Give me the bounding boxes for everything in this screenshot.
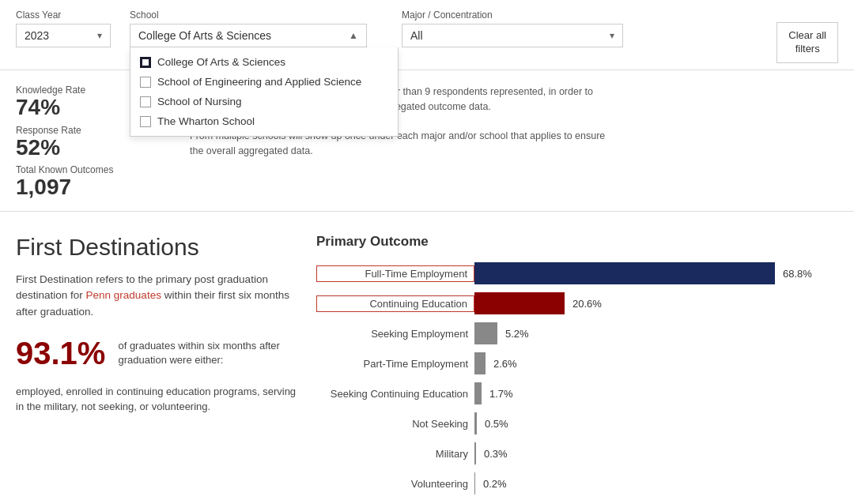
bar-pct-label: 2.6% — [493, 358, 517, 370]
school-checkbox-arts — [140, 57, 151, 68]
bar-label: Full-Time Employment — [316, 265, 474, 282]
major-select[interactable]: All ▾ — [402, 24, 623, 47]
bar-pct-label: 68.8% — [783, 268, 812, 280]
bar-container: 1.7% — [474, 382, 838, 404]
bar-fill — [474, 262, 775, 284]
chart-title: Primary Outcome — [316, 234, 838, 250]
bar-label: Part-Time Employment — [316, 358, 474, 370]
school-option-arts-label: College Of Arts & Sciences — [157, 56, 285, 68]
bar-row: Part-Time Employment2.6% — [316, 352, 838, 374]
pct-number: 93.1% — [16, 336, 105, 371]
total-known-label: Total Known Outcomes — [16, 164, 174, 175]
total-known-value: 1,097 — [16, 175, 174, 200]
school-option-wharton-label: The Wharton School — [157, 115, 255, 127]
bar-container: 20.6% — [474, 292, 838, 314]
first-destinations-section: First Destinations First Destination ref… — [0, 212, 854, 504]
bar-row: Seeking Continuing Education1.7% — [316, 382, 838, 404]
major-filter: Major / Concentration All ▾ — [402, 9, 623, 47]
bar-container: 0.5% — [474, 412, 838, 434]
filter-bar: Class Year 2023 ▾ School College Of Arts… — [0, 0, 854, 70]
bar-container: 68.8% — [474, 262, 838, 284]
school-option-arts[interactable]: College Of Arts & Sciences — [130, 52, 398, 72]
bar-fill — [474, 472, 475, 495]
bar-pct-label: 5.2% — [505, 328, 529, 340]
class-year-select[interactable]: 2023 ▾ — [16, 24, 111, 47]
bar-pct-label: 20.6% — [572, 298, 602, 310]
response-rate-value: 52% — [16, 136, 174, 160]
first-dest-description: First Destination refers to the primary … — [16, 272, 300, 320]
class-year-label: Class Year — [16, 9, 111, 21]
bar-label: Continuing Education — [316, 295, 474, 312]
major-label: Major / Concentration — [402, 9, 623, 21]
bar-pct-label: 1.7% — [489, 388, 513, 400]
bars-container: Full-Time Employment68.8%Continuing Educ… — [316, 262, 838, 495]
class-year-value: 2023 — [25, 29, 49, 42]
employed-desc: employed, enrolled in continuing educati… — [16, 384, 300, 415]
bar-container: 0.2% — [474, 472, 838, 495]
bar-pct-label: 0.5% — [485, 418, 508, 430]
bar-container: 2.6% — [474, 352, 838, 374]
bar-fill — [474, 352, 486, 374]
school-option-nursing[interactable]: School of Nursing — [130, 92, 398, 111]
school-option-engineering[interactable]: School of Engineering and Applied Scienc… — [130, 72, 398, 92]
total-known-stat: Total Known Outcomes 1,097 — [16, 164, 174, 200]
bar-label: Seeking Continuing Education — [316, 388, 474, 400]
school-value: College Of Arts & Sciences — [138, 29, 271, 42]
school-checkbox-engineering — [140, 77, 151, 88]
bar-row: Volunteering0.2% — [316, 472, 838, 495]
major-chevron: ▾ — [594, 30, 614, 41]
bar-row: Military0.3% — [316, 442, 838, 465]
first-dest-left: First Destinations First Destination ref… — [16, 234, 300, 502]
bar-row: Seeking Employment5.2% — [316, 322, 838, 344]
bar-fill — [474, 442, 476, 465]
school-dropdown: College Of Arts & Sciences School of Eng… — [130, 47, 399, 137]
bar-row: Not Seeking0.5% — [316, 412, 838, 434]
bar-fill — [474, 322, 497, 344]
bar-row: Full-Time Employment68.8% — [316, 262, 838, 284]
major-value: All — [410, 29, 423, 42]
pct-desc: of graduates within six months after gra… — [118, 339, 300, 367]
class-year-filter: Class Year 2023 ▾ — [16, 9, 111, 47]
school-chevron: ▲ — [333, 30, 358, 41]
bar-container: 0.3% — [474, 442, 838, 465]
bar-fill — [474, 292, 565, 314]
pct-highlight: 93.1% of graduates within six months aft… — [16, 336, 300, 371]
bar-label: Seeking Employment — [316, 328, 474, 340]
stats-section: Knowledge Rate 74% Response Rate 52% Tot… — [0, 70, 854, 212]
school-select[interactable]: College Of Arts & Sciences ▲ — [130, 24, 367, 47]
school-option-wharton[interactable]: The Wharton School — [130, 111, 398, 131]
penn-graduates-link[interactable]: Penn graduates — [86, 289, 161, 301]
bar-fill — [474, 382, 482, 404]
class-year-chevron: ▾ — [81, 30, 102, 41]
bar-row: Continuing Education20.6% — [316, 292, 838, 314]
bar-label: Volunteering — [316, 478, 474, 490]
bar-label: Not Seeking — [316, 418, 474, 430]
bar-label: Military — [316, 448, 474, 460]
school-option-nursing-label: School of Nursing — [157, 96, 242, 107]
school-option-engineering-label: School of Engineering and Applied Scienc… — [157, 76, 361, 88]
bar-pct-label: 0.2% — [483, 478, 507, 490]
bar-fill — [474, 412, 477, 434]
bar-pct-label: 0.3% — [484, 448, 508, 460]
school-label: School — [130, 9, 367, 21]
bar-container: 5.2% — [474, 322, 838, 344]
first-dest-title: First Destinations — [16, 234, 300, 261]
school-filter: School College Of Arts & Sciences ▲ Coll… — [130, 9, 367, 47]
school-checkbox-wharton — [140, 116, 151, 127]
clear-all-filters-button[interactable]: Clear all filters — [777, 22, 838, 63]
chart-section: Primary Outcome Full-Time Employment68.8… — [300, 234, 838, 502]
school-checkbox-nursing — [140, 96, 151, 107]
